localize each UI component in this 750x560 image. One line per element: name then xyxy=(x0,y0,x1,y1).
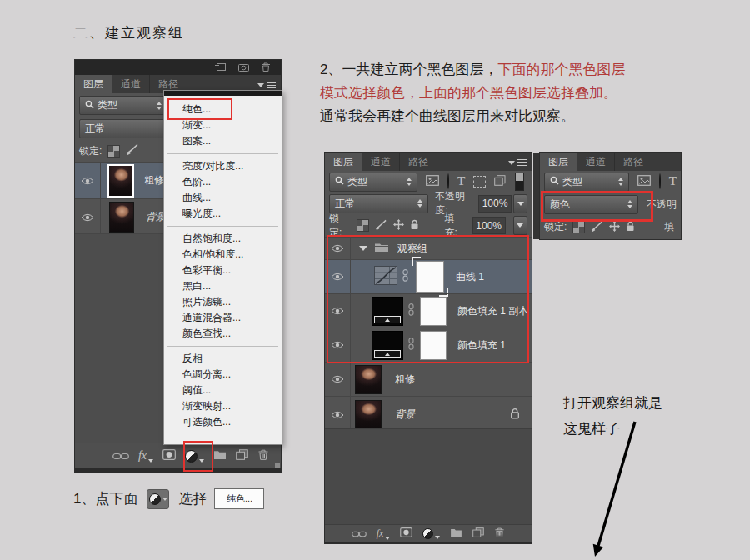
panel-dock-strip xyxy=(75,60,281,75)
layer-row-background[interactable]: 背景 xyxy=(325,396,532,432)
layer-thumbnail[interactable] xyxy=(109,202,134,232)
layer-style-fx-icon[interactable]: fx xyxy=(138,449,153,462)
tab-layers[interactable]: 图层 xyxy=(540,152,578,171)
layer-name[interactable]: 背景 xyxy=(395,408,415,422)
new-layer-icon[interactable] xyxy=(236,448,248,463)
menu-item-photo-filter[interactable]: 照片滤镜... xyxy=(164,294,282,310)
right-layers-panel: 图层 通道 路径 类型 T 颜色 不透明 xyxy=(540,152,681,239)
blend-mode-dropdown[interactable]: 正常 xyxy=(329,194,428,213)
panel-menu-icon[interactable] xyxy=(508,159,527,166)
visibility-eye-icon[interactable] xyxy=(325,397,351,432)
layer-row-cuxiu[interactable]: 粗修 xyxy=(325,362,532,396)
filter-type-dropdown[interactable]: 类型 xyxy=(329,172,418,192)
lock-transparency-icon[interactable] xyxy=(357,219,368,232)
menu-item-brightness-contrast[interactable]: 亮度/对比度... xyxy=(164,158,282,174)
menu-item-color-lookup[interactable]: 颜色查找... xyxy=(164,326,282,342)
layer-thumbnail[interactable] xyxy=(355,365,382,394)
new-group-folder-icon[interactable] xyxy=(450,526,462,541)
trash-icon[interactable] xyxy=(261,60,271,75)
opacity-dropdown-button[interactable] xyxy=(513,194,528,213)
note-line1: 打开观察组就是 xyxy=(563,390,662,416)
add-mask-icon[interactable] xyxy=(162,448,176,463)
add-mask-icon[interactable] xyxy=(400,526,412,541)
filter-type-text-icon[interactable]: T xyxy=(458,175,465,188)
brush-icon[interactable] xyxy=(126,143,139,158)
lock-label: 锁定: xyxy=(79,144,102,158)
lock-transparency-icon[interactable] xyxy=(572,221,585,233)
tab-paths[interactable]: 路径 xyxy=(615,152,652,171)
lock-position-move-icon[interactable] xyxy=(609,220,620,235)
filter-type-text-icon[interactable]: T xyxy=(669,175,677,188)
menu-item-hue-saturation[interactable]: 色相/饱和度... xyxy=(164,247,282,262)
visibility-eye-icon[interactable] xyxy=(75,162,101,198)
tab-paths[interactable]: 路径 xyxy=(400,152,438,171)
panel-resize-grip[interactable] xyxy=(275,462,280,468)
menu-item-curves[interactable]: 曲线... xyxy=(164,190,282,206)
layers-empty-area xyxy=(325,428,532,525)
menu-item-selective-color[interactable]: 可选颜色... xyxy=(164,414,282,430)
menu-item-pattern[interactable]: 图案... xyxy=(164,133,282,149)
menu-item-channel-mixer[interactable]: 通道混合器... xyxy=(164,310,282,326)
new-layer-icon[interactable] xyxy=(472,526,484,541)
filter-shape-icon[interactable] xyxy=(473,176,486,188)
fill-label-cut: 填 xyxy=(664,220,674,234)
menu-item-invert[interactable]: 反相 xyxy=(164,351,282,367)
menu-separator xyxy=(168,346,278,347)
adjustment-layer-icon[interactable] xyxy=(422,528,440,539)
tab-layers[interactable]: 图层 xyxy=(325,152,362,171)
lock-all-icon[interactable] xyxy=(626,220,635,235)
filter-adjustment-icon[interactable] xyxy=(659,174,661,189)
camera-icon[interactable] xyxy=(238,60,249,75)
filter-adjustment-icon[interactable] xyxy=(448,174,449,189)
panel-menu-icon[interactable] xyxy=(258,82,276,88)
menu-item-black-white[interactable]: 黑白... xyxy=(164,278,282,294)
link-layers-icon[interactable] xyxy=(352,526,367,541)
filter-image-icon[interactable] xyxy=(426,174,439,189)
fill-dropdown-button[interactable] xyxy=(513,216,528,235)
trash-icon[interactable] xyxy=(494,526,505,541)
visibility-eye-icon[interactable] xyxy=(75,199,101,235)
menu-item-gradient-map[interactable]: 渐变映射... xyxy=(164,398,282,414)
layer-thumbnail[interactable] xyxy=(108,164,134,198)
tab-channels[interactable]: 通道 xyxy=(578,152,615,171)
new-group-folder-icon[interactable] xyxy=(213,448,227,463)
menu-item-exposure[interactable]: 曝光度... xyxy=(164,206,282,222)
add-panel-icon[interactable] xyxy=(215,60,227,75)
filter-toggle-icon[interactable] xyxy=(515,172,524,191)
brush-icon[interactable] xyxy=(591,220,603,235)
brush-icon[interactable] xyxy=(375,218,388,233)
tab-channels[interactable]: 通道 xyxy=(112,75,150,93)
trash-icon[interactable] xyxy=(258,448,269,463)
menu-item-color-balance[interactable]: 色彩平衡... xyxy=(164,262,282,278)
lock-transparency-icon[interactable] xyxy=(108,145,120,158)
lock-position-move-icon[interactable] xyxy=(393,218,404,233)
filter-type-dropdown[interactable]: 类型 xyxy=(544,172,629,192)
right-panel-tabbar: 图层 通道 路径 xyxy=(540,152,681,171)
link-layers-icon[interactable] xyxy=(112,448,129,463)
filter-image-icon[interactable] xyxy=(638,174,651,189)
layer-thumbnail[interactable] xyxy=(355,400,382,429)
lock-label: 锁定: xyxy=(544,220,567,234)
layer-name[interactable]: 粗修 xyxy=(144,173,164,188)
menu-item-vibrance[interactable]: 自然饱和度... xyxy=(164,231,282,247)
lock-all-icon[interactable] xyxy=(410,218,419,233)
opacity-value[interactable]: 100% xyxy=(478,195,512,212)
filter-type-label: 类型 xyxy=(348,175,368,189)
step2-caption: 2、一共建立两个黑色图层，下面的那个黑色图层 模式选择颜色，上面的那个黑色图层选… xyxy=(320,58,625,128)
menu-item-threshold[interactable]: 阈值... xyxy=(164,382,282,398)
middle-panel-bottom-bar: fx xyxy=(325,524,532,542)
filter-smart-object-icon[interactable] xyxy=(494,174,506,189)
menu-item-posterize[interactable]: 色调分离... xyxy=(164,367,282,382)
layer-style-fx-icon[interactable]: fx xyxy=(377,528,391,540)
visibility-eye-icon[interactable] xyxy=(325,362,351,396)
panel-bottom-edge xyxy=(75,468,281,472)
blend-mode-value: 正常 xyxy=(335,197,355,211)
layer-name[interactable]: 粗修 xyxy=(395,372,415,387)
fill-value[interactable]: 100% xyxy=(472,217,506,234)
spinner-icon xyxy=(418,199,422,208)
filter-type-dropdown[interactable]: 类型 xyxy=(79,96,168,115)
menu-item-levels[interactable]: 色阶... xyxy=(164,174,282,190)
tab-layers[interactable]: 图层 xyxy=(75,75,112,93)
spinner-icon xyxy=(618,178,623,186)
tab-channels[interactable]: 通道 xyxy=(362,152,400,171)
